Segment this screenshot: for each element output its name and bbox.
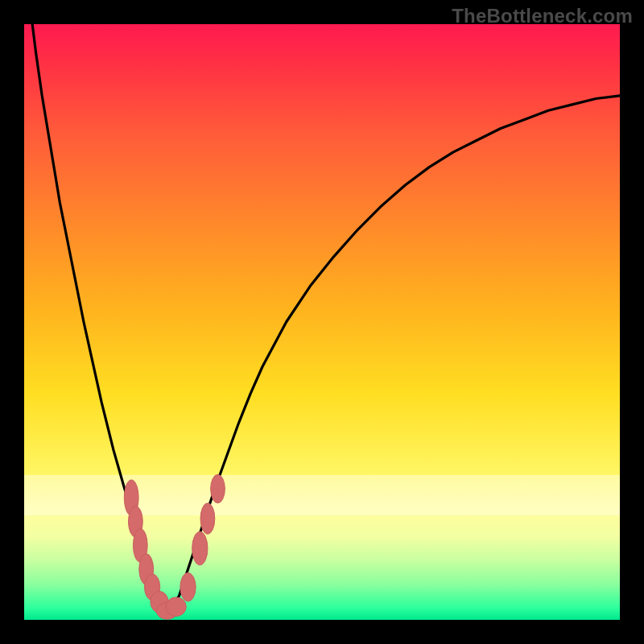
data-marker — [200, 503, 215, 534]
curve-group — [24, 24, 620, 614]
watermark-text: TheBottleneck.com — [452, 5, 633, 27]
curve-left-branch — [24, 24, 167, 614]
curve-right-branch — [167, 96, 620, 614]
plot-area — [24, 24, 620, 620]
outer-frame: TheBottleneck.com — [0, 0, 644, 644]
chart-svg — [24, 24, 620, 620]
data-marker — [166, 597, 186, 617]
data-marker — [192, 531, 208, 564]
data-marker — [211, 474, 225, 503]
marker-group — [124, 474, 225, 619]
data-marker — [180, 573, 196, 602]
